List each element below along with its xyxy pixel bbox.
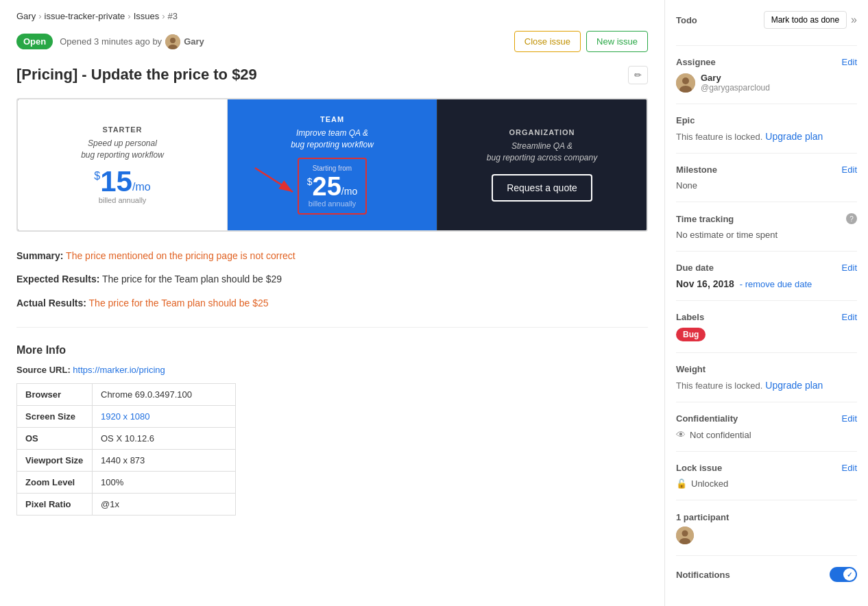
table-row: OSOS X 10.12.6 — [17, 428, 236, 450]
more-info-section: More Info Source URL: https://marker.io/… — [16, 344, 648, 516]
sidebar-notifications-section: Notifications ✓ — [676, 567, 857, 593]
lock-issue-label: Lock issue — [676, 463, 722, 473]
svg-point-9 — [682, 531, 688, 537]
lock-issue-value: Unlocked — [691, 478, 728, 489]
author-avatar — [165, 34, 180, 49]
assignee-row: Gary @garygasparcloud — [676, 73, 857, 93]
label-bug-tag[interactable]: Bug — [676, 328, 706, 341]
table-row: Screen Size1920 x 1080 — [17, 406, 236, 428]
team-starting-from: Starting from — [313, 165, 352, 172]
sidebar-weight-section: Weight This feature is locked. Upgrade p… — [676, 364, 857, 402]
sidebar-epic-section: Epic This feature is locked. Upgrade pla… — [676, 115, 857, 154]
weight-value: This feature is locked. Upgrade plan — [676, 380, 857, 391]
todo-header: Todo Mark todo as done » — [676, 11, 857, 29]
confidentiality-label: Confidentiality — [676, 413, 738, 424]
section-divider — [16, 327, 648, 328]
breadcrumb-issues[interactable]: Issues — [134, 11, 160, 21]
new-issue-button[interactable]: New issue — [586, 31, 648, 52]
sidebar-time-tracking-section: Time tracking ? No estimate or time spen… — [676, 213, 857, 252]
summary-paragraph: Summary: The price mentioned on the pric… — [16, 248, 648, 263]
table-cell-value: 1440 x 873 — [93, 450, 236, 472]
sidebar-lock-section: Lock issue Edit 🔓 Unlocked — [676, 463, 857, 500]
labels-edit-link[interactable]: Edit — [842, 312, 857, 322]
issue-meta: Opened 3 minutes ago by Gary — [60, 34, 204, 49]
notifications-label: Notifications — [676, 570, 730, 580]
team-price-box: Starting from $ 25 /mo billed annually — [298, 158, 367, 215]
breadcrumb-repo[interactable]: issue-tracker-private — [45, 11, 125, 21]
breadcrumb-user[interactable]: Gary — [16, 11, 36, 21]
time-tracking-help-icon[interactable]: ? — [846, 213, 857, 224]
table-cell-key: Screen Size — [17, 406, 93, 428]
org-plan-label: ORGANIZATION — [509, 128, 575, 136]
issue-header-left: Open Opened 3 minutes ago by Gary — [16, 34, 204, 49]
assignee-handle: @garygasparcloud — [701, 83, 770, 93]
sidebar-todo-section: Todo Mark todo as done » — [676, 11, 857, 46]
lock-issue-value-row: 🔓 Unlocked — [676, 478, 857, 489]
weight-label: Weight — [676, 364, 706, 374]
remove-due-date-link[interactable]: - remove due date — [740, 279, 812, 289]
starter-price: 15 — [100, 167, 132, 196]
table-cell-key: OS — [17, 428, 93, 450]
milestone-label: Milestone — [676, 165, 717, 175]
confidentiality-value-row: 👁 Not confidential — [676, 429, 857, 440]
expected-paragraph: Expected Results: The price for the Team… — [16, 271, 648, 287]
table-cell-value: @1x — [93, 494, 236, 516]
team-billed: billed annually — [309, 199, 357, 208]
close-issue-button[interactable]: Close issue — [514, 31, 581, 52]
starter-plan-desc: Speed up personalbug reporting workflow — [81, 138, 164, 161]
info-table: BrowserChrome 69.0.3497.100Screen Size19… — [16, 383, 236, 516]
table-cell-key: Viewport Size — [17, 450, 93, 472]
due-date-label: Due date — [676, 263, 714, 273]
participants-label: 1 participant — [676, 512, 729, 522]
sidebar-participants-section: 1 participant — [676, 511, 857, 556]
edit-title-button[interactable]: ✏ — [628, 66, 648, 84]
notifications-row: Notifications ✓ — [676, 567, 857, 582]
table-row: Zoom Level100% — [17, 472, 236, 494]
starter-plan-label: STARTER — [102, 125, 142, 134]
due-date-value: Nov 16, 2018 — [676, 278, 734, 289]
red-arrow — [248, 161, 303, 202]
request-quote-button[interactable]: Request a quote — [492, 174, 592, 202]
toggle-knob: ✓ — [843, 568, 856, 581]
lock-icon: 🔓 — [676, 478, 687, 489]
sidebar-labels-section: Labels Edit Bug — [676, 312, 857, 353]
due-date-edit-link[interactable]: Edit — [842, 263, 857, 273]
issue-body: Summary: The price mentioned on the pric… — [16, 248, 648, 311]
confidentiality-edit-link[interactable]: Edit — [842, 413, 857, 424]
weight-upgrade-link[interactable]: Upgrade plan — [765, 380, 823, 391]
table-cell-link[interactable]: 1920 x 1080 — [101, 411, 150, 422]
more-info-title: More Info — [16, 344, 648, 356]
epic-upgrade-link[interactable]: Upgrade plan — [765, 131, 823, 142]
svg-point-1 — [170, 38, 176, 43]
table-row: Pixel Ratio@1x — [17, 494, 236, 516]
issue-status-badge: Open — [16, 34, 53, 49]
sidebar: Todo Mark todo as done » Assignee Edit — [665, 0, 868, 606]
team-plan-card: TEAM Improve team QA &bug reporting work… — [228, 99, 437, 230]
epic-label: Epic — [676, 115, 695, 125]
breadcrumb-issue-number: #3 — [168, 11, 178, 21]
table-cell-value[interactable]: 1920 x 1080 — [93, 406, 236, 428]
due-date-value-row: Nov 16, 2018 - remove due date — [676, 278, 857, 289]
actual-paragraph: Actual Results: The price for the Team p… — [16, 295, 648, 311]
notifications-toggle[interactable]: ✓ — [830, 567, 857, 582]
assignee-edit-link[interactable]: Edit — [842, 57, 857, 67]
assignee-name: Gary — [701, 73, 770, 83]
todo-label: Todo — [676, 15, 697, 25]
time-tracking-value: No estimate or time spent — [676, 230, 857, 240]
epic-value: This feature is locked. Upgrade plan — [676, 131, 857, 142]
source-url-link[interactable]: https://marker.io/pricing — [73, 365, 165, 375]
table-cell-value: 100% — [93, 472, 236, 494]
milestone-edit-link[interactable]: Edit — [842, 165, 857, 175]
sidebar-milestone-section: Milestone Edit None — [676, 165, 857, 202]
mark-todo-done-button[interactable]: Mark todo as done — [764, 11, 847, 29]
team-plan-desc: Improve team QA &bug reporting workflow — [291, 128, 374, 151]
issue-title: [Pricing] - Update the price to $29 — [16, 66, 257, 84]
org-plan-card: ORGANIZATION Streamline QA &bug reportin… — [437, 99, 647, 230]
table-row: BrowserChrome 69.0.3497.100 — [17, 384, 236, 406]
todo-chevron-icon[interactable]: » — [851, 14, 857, 26]
table-cell-key: Pixel Ratio — [17, 494, 93, 516]
table-cell-value: Chrome 69.0.3497.100 — [93, 384, 236, 406]
table-row: Viewport Size1440 x 873 — [17, 450, 236, 472]
lock-issue-edit-link[interactable]: Edit — [842, 463, 857, 473]
issue-action-buttons: Close issue New issue — [514, 31, 648, 52]
